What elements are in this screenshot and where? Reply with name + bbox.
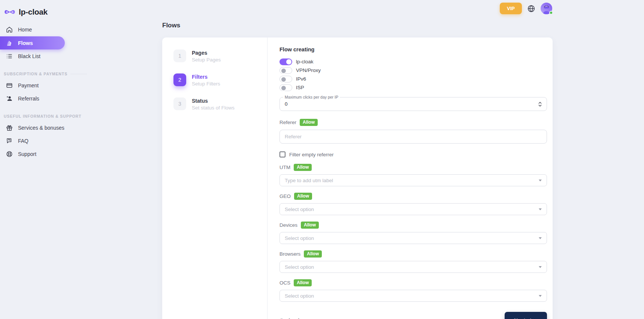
flow-card: 1 Pages Setup Pages 2 Filters Setup Filt… [162, 37, 553, 319]
logo[interactable]: lp-cloak [0, 4, 101, 19]
page-title: Flows [162, 22, 553, 29]
step-filters[interactable]: 2 Filters Setup Filters [173, 73, 258, 87]
step-status[interactable]: 3 Status Set status of Flows [173, 97, 258, 111]
toggle-label: IPv6 [296, 76, 306, 82]
utm-label: UTM [279, 165, 290, 170]
flows-icon [6, 39, 13, 47]
logo-text: lp-cloak [19, 7, 48, 16]
step-number: 2 [173, 73, 186, 86]
max-clicks-input[interactable] [280, 97, 547, 111]
step-subtitle: Setup Pages [192, 57, 221, 63]
caret-down-icon [539, 180, 542, 181]
app-root: lp-cloak Home Flows Black List [0, 0, 644, 319]
ocs-select[interactable]: Select option [279, 290, 547, 302]
step-title: Filters [192, 73, 220, 80]
sidebar-item-faq[interactable]: FAQ [0, 135, 101, 147]
devices-select[interactable]: Select option [279, 232, 547, 244]
gift-icon [6, 124, 13, 132]
faq-bubble-icon [6, 137, 13, 145]
devices-allow-badge[interactable]: Allow [301, 222, 319, 229]
go-back-button[interactable]: Go back [279, 318, 301, 319]
utm-allow-badge[interactable]: Allow [294, 164, 312, 171]
next-step-button[interactable]: Next step [505, 312, 547, 319]
toggle-label: ISP [296, 85, 304, 90]
sidebar-item-label: Referrals [18, 96, 39, 102]
number-stepper[interactable] [538, 102, 542, 106]
language-globe-icon[interactable] [527, 4, 535, 13]
sidebar-item-label: Black List [18, 53, 40, 59]
chevron-down-icon [538, 104, 542, 106]
sidebar-item-flows[interactable]: Flows [0, 36, 65, 49]
geo-placeholder: Select option [285, 207, 314, 212]
sidebar-item-label: Home [18, 27, 32, 33]
step-title: Status [192, 97, 235, 104]
topbar: VIP [500, 3, 552, 14]
person-add-icon [6, 95, 13, 102]
browsers-allow-badge[interactable]: Allow [304, 250, 322, 258]
sidebar-item-label: FAQ [18, 138, 28, 144]
section-title-text: USEFUL INFORMATION & SUPPORT [4, 114, 81, 118]
sidebar-item-referrals[interactable]: Referrals [0, 92, 101, 105]
section-title-text: SUBSCRIPTION & PAYMENTS [4, 72, 67, 76]
browsers-filter-group: Browsers Allow Select option [279, 250, 547, 273]
toggle-row-isp: ISP [279, 83, 547, 92]
vpn-proxy-toggle[interactable] [279, 67, 292, 74]
ocs-allow-badge[interactable]: Allow [294, 279, 312, 286]
utm-select[interactable]: Type to add utm label [279, 174, 547, 186]
sidebar-item-support[interactable]: Support [0, 148, 101, 160]
sidebar-item-label: Support [18, 151, 36, 157]
sidebar-item-label: Flows [18, 40, 33, 46]
filter-empty-referrer-row[interactable]: Filter empty referrer [279, 151, 547, 157]
toggle-row-ipv6: IPv6 [279, 75, 547, 83]
user-avatar[interactable] [541, 3, 552, 14]
ocs-placeholder: Select option [285, 293, 314, 299]
credit-card-icon [6, 82, 13, 89]
referer-allow-badge[interactable]: Allow [300, 119, 318, 126]
step-subtitle: Set status of Flows [192, 105, 235, 111]
caret-down-icon [539, 237, 542, 239]
vip-button[interactable]: VIP [500, 3, 522, 14]
mask-logo-icon [4, 8, 15, 16]
browsers-placeholder: Select option [285, 264, 314, 270]
referer-label: Referer [279, 120, 296, 125]
sidebar-item-black-list[interactable]: Black List [0, 50, 101, 63]
lifebuoy-icon [6, 150, 13, 158]
sidebar-item-label: Payment [18, 82, 39, 88]
toggle-label: lp-cloak [296, 59, 314, 64]
steps-column: 1 Pages Setup Pages 2 Filters Setup Filt… [162, 37, 267, 319]
sidebar-item-services-bonuses[interactable]: Services & bonuses [0, 121, 101, 134]
step-subtitle: Setup Filters [192, 81, 220, 87]
step-pages[interactable]: 1 Pages Setup Pages [173, 49, 258, 63]
ocs-label: OCS [279, 280, 290, 286]
chevron-up-icon [538, 102, 542, 104]
sidebar-item-payment[interactable]: Payment [0, 79, 101, 92]
lp-cloak-toggle[interactable] [279, 58, 292, 65]
main-content: Flows 1 Pages Setup Pages 2 Filters Setu… [162, 22, 553, 319]
toggle-row-lp-cloak: lp-cloak [279, 57, 547, 66]
browsers-select[interactable]: Select option [279, 261, 547, 273]
sidebar-section-support: USEFUL INFORMATION & SUPPORT [4, 114, 101, 118]
ipv6-toggle[interactable] [279, 76, 292, 82]
geo-allow-badge[interactable]: Allow [294, 193, 312, 200]
devices-placeholder: Select option [285, 235, 314, 241]
form-footer: Go back Next step [279, 312, 547, 319]
referer-input[interactable] [279, 130, 547, 144]
devices-filter-group: Devices Allow Select option [279, 222, 547, 244]
browsers-label: Browsers [279, 251, 300, 257]
utm-placeholder: Type to add utm label [285, 178, 333, 183]
max-clicks-field: Maximum clicks per day per IP [279, 97, 547, 111]
geo-select[interactable]: Select option [279, 203, 547, 215]
toggle-label: VPN/Proxy [296, 67, 321, 73]
ocs-filter-group: OCS Allow Select option [279, 279, 547, 302]
sidebar: lp-cloak Home Flows Black List [0, 0, 101, 161]
isp-toggle[interactable] [279, 84, 292, 91]
filters-form: Flow creating lp-cloak VPN/Proxy IPv6 IS… [267, 37, 553, 319]
step-number: 3 [173, 97, 186, 110]
referer-label-row: Referer Allow [279, 119, 547, 126]
sidebar-nav: Home Flows Black List SUBSCRIPTION & PAY… [0, 23, 101, 160]
caret-down-icon [539, 208, 542, 210]
sidebar-section-subscription: SUBSCRIPTION & PAYMENTS [4, 72, 101, 76]
sidebar-item-home[interactable]: Home [0, 23, 101, 36]
form-title: Flow creating [279, 46, 547, 52]
filter-empty-referrer-checkbox[interactable] [279, 151, 285, 157]
